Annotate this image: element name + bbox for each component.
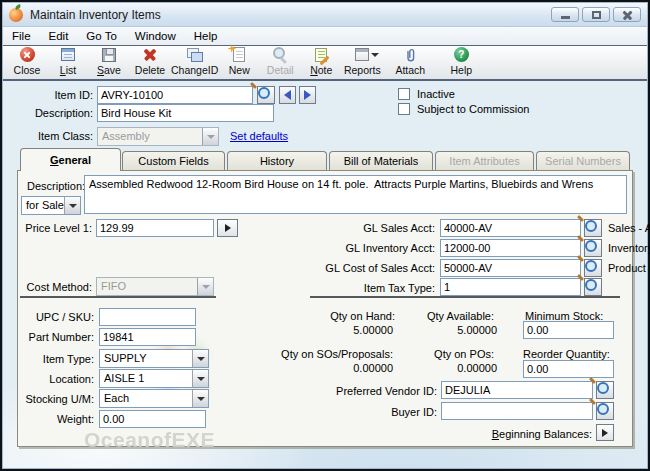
qty-on-sos-value: 0.00000: [250, 361, 393, 375]
gl-sales-acct-input[interactable]: [440, 219, 581, 237]
subject-to-commission-checkbox[interactable]: [398, 103, 410, 115]
item-class-select: Assembly: [97, 127, 219, 146]
part-number-input[interactable]: [99, 328, 196, 346]
item-tax-type-lookup-button[interactable]: [584, 278, 602, 296]
minimum-stock-input[interactable]: [523, 321, 614, 339]
help-button[interactable]: Help: [441, 46, 481, 76]
item-id-lookup-button[interactable]: [257, 86, 275, 104]
detail-button: Detail: [260, 46, 300, 76]
list-button[interactable]: List: [48, 46, 88, 76]
menu-window[interactable]: Window: [126, 28, 185, 44]
delete-button-label: Delete: [135, 64, 165, 76]
cost-method-label: Cost Method:: [0, 279, 92, 296]
sales-description-textarea[interactable]: Assembled Redwood 12-Room Bird House on …: [84, 175, 627, 214]
stocking-um-label: Stocking U/M:: [0, 391, 94, 408]
set-defaults-link[interactable]: Set defaults: [230, 128, 288, 145]
magnifier-icon: [271, 46, 289, 63]
upc-sku-input[interactable]: [99, 308, 196, 326]
record-previous-button[interactable]: [279, 86, 296, 104]
tab-custom-fields[interactable]: Custom Fields: [122, 151, 225, 170]
tab-bill-of-materials[interactable]: Bill of Materials: [329, 151, 433, 170]
beginning-balances-button[interactable]: [596, 424, 614, 441]
gl-cost-of-sales-acct-name: Product Cost - Aviary: [608, 260, 650, 277]
gl-inventory-acct-input[interactable]: [440, 239, 581, 257]
item-id-input[interactable]: [97, 86, 253, 104]
attach-button[interactable]: Attach: [390, 46, 430, 76]
description-input[interactable]: [97, 104, 274, 122]
left-section-divider: [20, 296, 216, 298]
close-circle-icon: [18, 46, 36, 63]
detail-button-label: Detail: [267, 64, 294, 76]
item-type-select[interactable]: SUPPLY: [99, 349, 209, 368]
close-button[interactable]: Close: [7, 46, 47, 76]
item-class-label: Item Class:: [0, 128, 93, 145]
gl-inventory-acct-lookup-button[interactable]: [584, 239, 602, 257]
preferred-vendor-id-input[interactable]: [441, 381, 593, 399]
item-type-label: Item Type:: [0, 351, 94, 368]
gl-cost-of-sales-acct-input[interactable]: [440, 259, 581, 277]
weight-input[interactable]: [99, 410, 206, 428]
close-button-label: Close: [14, 64, 41, 76]
description-mode-select[interactable]: for Sales: [21, 196, 81, 215]
chevron-down-icon: [192, 350, 208, 367]
cost-method-select: FIFO: [96, 277, 214, 296]
change-id-button[interactable]: ChangeID: [171, 46, 218, 76]
item-type-value: SUPPLY: [104, 352, 147, 364]
window-controls: [551, 7, 641, 22]
beginning-balances-label: Beginning Balances:: [480, 426, 592, 443]
buyer-id-input[interactable]: [441, 402, 593, 420]
chevron-down-icon: [192, 390, 208, 407]
reports-button[interactable]: Reports: [342, 46, 382, 76]
part-number-label: Part Number:: [0, 329, 94, 346]
preferred-vendor-lookup-button[interactable]: [596, 381, 614, 399]
new-button[interactable]: New: [219, 46, 259, 76]
upc-sku-label: UPC / SKU:: [0, 309, 94, 326]
price-levels-expand-button[interactable]: [217, 219, 238, 237]
change-id-icon: [186, 46, 204, 63]
item-id-label: Item ID:: [0, 87, 93, 104]
note-button-label: Note: [310, 64, 332, 76]
maximize-button[interactable]: [582, 7, 610, 22]
qty-available-value: 5.00000: [380, 323, 497, 337]
minimize-icon: [561, 16, 570, 19]
menu-help[interactable]: Help: [185, 28, 227, 44]
menu-file[interactable]: File: [3, 28, 40, 44]
gl-inventory-acct-label: GL Inventory Acct:: [280, 240, 435, 257]
toolbar: Close List Save Delete ChangeID New Deta…: [3, 45, 647, 81]
gl-sales-acct-lookup-button[interactable]: [584, 219, 602, 237]
gl-cost-of-sales-acct-lookup-button[interactable]: [584, 259, 602, 277]
description-label: Description:: [0, 105, 93, 122]
note-icon: [312, 46, 330, 63]
close-window-button[interactable]: [613, 7, 641, 22]
price-level-input[interactable]: [96, 219, 214, 237]
attach-button-label: Attach: [395, 64, 425, 76]
gl-sales-acct-name: Sales - Aviary: [608, 220, 650, 237]
location-select[interactable]: AISLE 1: [99, 369, 209, 388]
save-button-label: Save: [97, 64, 121, 76]
menu-edit[interactable]: Edit: [40, 28, 78, 44]
tab-serial-numbers: Serial Numbers: [536, 151, 630, 170]
stocking-um-select[interactable]: Each: [99, 389, 209, 408]
save-button[interactable]: Save: [89, 46, 129, 76]
location-value: AISLE 1: [104, 372, 144, 384]
item-tax-type-input[interactable]: [440, 278, 581, 296]
gl-sales-acct-label: GL Sales Acct:: [280, 220, 435, 237]
arrow-left-icon: [284, 90, 291, 100]
minimize-button[interactable]: [551, 7, 579, 22]
subject-to-commission-label: Subject to Commission: [417, 101, 530, 118]
sales-description-label: Description:: [27, 178, 85, 195]
new-page-icon: [230, 46, 248, 63]
note-button[interactable]: Note: [301, 46, 341, 76]
save-floppy-icon: [100, 46, 118, 63]
delete-button[interactable]: Delete: [130, 46, 170, 76]
tab-general[interactable]: General: [20, 148, 121, 171]
inactive-checkbox[interactable]: [398, 88, 410, 100]
reorder-quantity-input[interactable]: [523, 360, 614, 378]
tab-history[interactable]: History: [227, 151, 327, 170]
record-next-button[interactable]: [299, 86, 316, 104]
description-mode-value: for Sales: [26, 199, 69, 211]
chevron-down-icon: [202, 128, 218, 145]
app-logo-peach-icon: [9, 8, 23, 22]
menu-goto[interactable]: Go To: [77, 28, 125, 44]
buyer-id-lookup-button[interactable]: [596, 402, 614, 420]
